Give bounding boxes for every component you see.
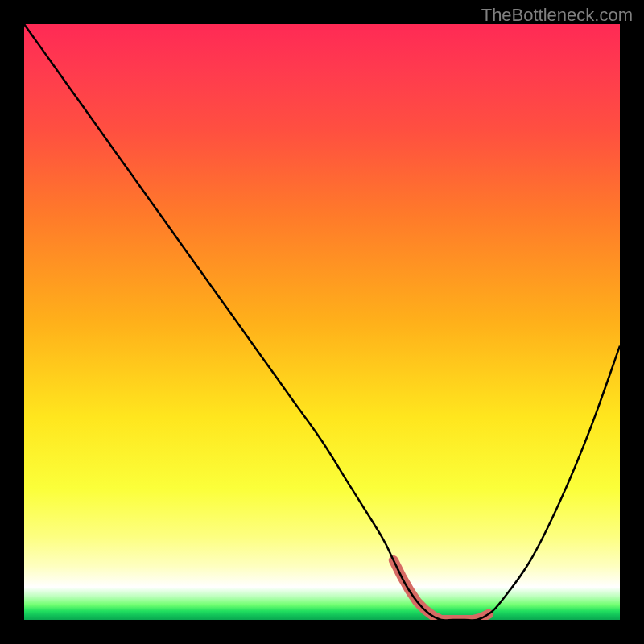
watermark-text: TheBottleneck.com [481, 5, 633, 26]
chart-area [24, 24, 620, 620]
chart-svg [24, 24, 620, 620]
bottleneck-curve [24, 24, 620, 620]
